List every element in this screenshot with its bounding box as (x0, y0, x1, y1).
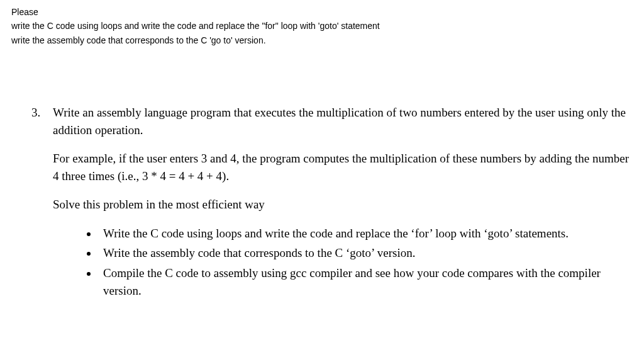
list-item: Compile the C code to assembly using gcc… (98, 264, 633, 299)
question-item: 3. Write an assembly language program th… (31, 104, 633, 302)
question-solve: Solve this problem in the most efficient… (53, 196, 633, 213)
list-item: Write the assembly code that corresponds… (98, 244, 633, 262)
header-line-3: write the assembly code that corresponds… (11, 33, 633, 47)
instruction-header: Please write the C code using loops and … (11, 5, 633, 47)
question-example: For example, if the user enters 3 and 4,… (53, 150, 633, 184)
question-section: 3. Write an assembly language program th… (11, 104, 633, 302)
list-item: Write the C code using loops and write t… (98, 225, 633, 242)
header-line-2: write the C code using loops and write t… (11, 19, 633, 33)
header-line-1: Please (11, 5, 633, 19)
question-body: Write an assembly language program that … (53, 104, 633, 302)
question-number: 3. (31, 104, 49, 302)
question-intro: Write an assembly language program that … (53, 104, 633, 139)
bullet-list: Write the C code using loops and write t… (53, 225, 633, 299)
